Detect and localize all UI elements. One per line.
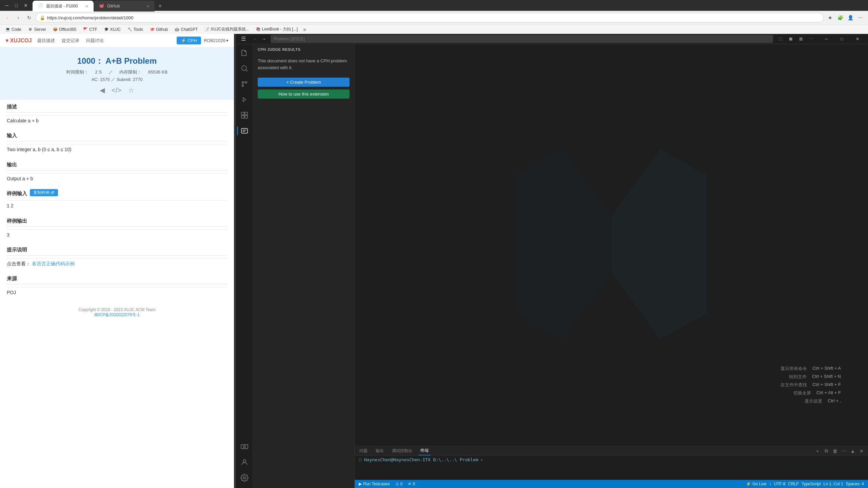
- bookmark-chatgpt[interactable]: 🤖 ChatGPT: [172, 26, 200, 33]
- split-terminal-btn[interactable]: ⧉: [823, 447, 830, 455]
- vscode-layout-btn[interactable]: ▦: [786, 35, 795, 43]
- shortcut-label-4: 切换全屏: [793, 390, 811, 396]
- nav-discussion[interactable]: 问题讨论: [86, 38, 104, 44]
- extensions-btn[interactable]: 🧩: [835, 13, 845, 22]
- activity-extensions[interactable]: [237, 108, 252, 123]
- status-sync[interactable]: ↕: [768, 480, 773, 488]
- problem-footer: Copyright © 2016 - 2023 XUJC ACM Team 闽I…: [0, 301, 234, 325]
- terminal-body[interactable]: ⬡ HaynesChen@HaynesChen-ITX D:\..\..\ Pr…: [355, 456, 868, 464]
- bookmark-xujc-oj[interactable]: 📝 XUJC在线判题系统...: [202, 26, 252, 33]
- sample-input-content: 1 2: [7, 202, 227, 209]
- activity-cph[interactable]: [237, 123, 252, 138]
- tab-close-icon[interactable]: ✕: [85, 4, 88, 8]
- terminal-prompt-arrow: ›: [480, 457, 483, 462]
- status-run-testcases[interactable]: ▶ Run Testcases: [357, 480, 391, 488]
- refresh-btn[interactable]: ↻: [24, 13, 34, 22]
- bookmark-office365[interactable]: 📦 Office365: [50, 26, 79, 33]
- star-btn[interactable]: ☆: [128, 86, 134, 94]
- share-btn[interactable]: ◀: [100, 86, 105, 94]
- vscode-back-btn[interactable]: ←: [251, 35, 259, 43]
- status-cursor-pos[interactable]: Ln 1, Col 1: [822, 480, 845, 488]
- activity-settings[interactable]: [237, 470, 252, 485]
- github-tab-close[interactable]: ✕: [146, 4, 149, 8]
- bookmark-chatgpt-label: ChatGPT: [181, 27, 198, 32]
- bookmark-code[interactable]: 💻 Code: [3, 26, 24, 33]
- profile-btn[interactable]: 👤: [846, 13, 855, 22]
- status-spaces[interactable]: Spaces: 4: [845, 480, 865, 488]
- more-terminal-btn[interactable]: ⋯: [840, 447, 848, 455]
- vscode-window-controls: ─ □ ✕: [818, 34, 865, 44]
- hint-link[interactable]: 各语言正确代码示例: [32, 261, 75, 266]
- status-line-ending[interactable]: CRLF: [787, 480, 800, 488]
- vscode-menu-btn[interactable]: ☰: [239, 34, 248, 44]
- terminal-tab-problems[interactable]: 问题: [357, 447, 370, 455]
- vscode-maximize-btn[interactable]: □: [834, 34, 850, 44]
- bookmark-code-icon: 💻: [5, 27, 10, 32]
- vscode-forward-btn[interactable]: →: [260, 35, 268, 43]
- back-btn[interactable]: ‹: [3, 13, 12, 22]
- cph-create-btn[interactable]: + Create Problem: [258, 78, 350, 87]
- shortcut-row-2: 转到文件 Ctrl + Shift + N: [781, 373, 841, 381]
- close-terminal-btn[interactable]: ✕: [858, 447, 865, 455]
- cph-howto-btn[interactable]: How to use this extension: [258, 89, 350, 99]
- restore-btn[interactable]: □: [12, 1, 20, 9]
- activity-files[interactable]: [237, 45, 252, 60]
- user-dropdown[interactable]: ROB21026 ▾: [204, 38, 229, 43]
- browser-tab-active[interactable]: 📄 题目描述 - P1000 ✕: [33, 1, 94, 12]
- status-language[interactable]: TypeScript: [800, 480, 822, 488]
- activity-git[interactable]: [237, 77, 252, 92]
- minimize-btn[interactable]: ─: [3, 1, 11, 9]
- vscode-more-btn[interactable]: ⋯: [806, 35, 816, 43]
- new-terminal-btn[interactable]: +: [814, 447, 821, 455]
- cph-button[interactable]: ⚡ CPH: [177, 37, 201, 44]
- bookmarks-more-icon[interactable]: »: [303, 26, 306, 33]
- vscode-layout2-btn[interactable]: ▥: [796, 35, 806, 43]
- address-bar[interactable]: 🔒 https://xujcoj.com/home/problem/detail…: [35, 13, 824, 22]
- copy-sample-label: 复制样例: [33, 190, 50, 196]
- nav-submissions[interactable]: 提交记录: [62, 38, 79, 44]
- close-btn[interactable]: ✕: [22, 1, 30, 9]
- bookmark-xujc-oj-label: XUJC在线判题系统...: [211, 26, 249, 32]
- status-warnings[interactable]: ⚠ 0: [394, 480, 404, 488]
- activity-debug[interactable]: [237, 92, 252, 107]
- vscode-split-editor-btn[interactable]: ⬚: [776, 35, 785, 43]
- activity-remote[interactable]: [237, 439, 252, 454]
- new-tab-btn[interactable]: +: [155, 1, 165, 12]
- browser-tab-github[interactable]: 🐙 GitHub ✕: [94, 1, 155, 12]
- nav-problem-desc[interactable]: 题目描述: [37, 38, 55, 44]
- kill-terminal-btn[interactable]: 🗑: [831, 447, 839, 455]
- dropdown-arrow-icon: ▾: [226, 38, 229, 43]
- vscode-search-input[interactable]: [271, 35, 773, 43]
- cph-panel-title: CPH JUDGE RESULTS: [253, 44, 354, 54]
- bookmark-star-btn[interactable]: ★: [825, 13, 835, 22]
- maximize-terminal-btn[interactable]: ▲: [849, 447, 856, 455]
- cph-no-problem-msg: This document does not have a CPH proble…: [253, 54, 354, 75]
- activity-search[interactable]: [237, 61, 252, 76]
- status-errors[interactable]: ✕ 0: [407, 480, 416, 488]
- terminal-tab-output[interactable]: 输出: [374, 447, 386, 455]
- memory-limit-value: 65536 KB: [148, 69, 167, 75]
- vscode-close-btn[interactable]: ✕: [850, 34, 865, 44]
- vscode-minimize-btn[interactable]: ─: [818, 34, 834, 44]
- bookmark-tools[interactable]: 🔧 Tools: [125, 26, 146, 33]
- svg-rect-10: [241, 445, 248, 449]
- icp-link[interactable]: 闽ICP备2020022076号-1: [94, 312, 139, 317]
- status-go-live[interactable]: ⚡ Go Live: [745, 480, 768, 488]
- bookmark-github[interactable]: 🐙 Github: [147, 26, 171, 33]
- bookmark-leetbook[interactable]: 📚 LeetBook - 力扣 [...]: [253, 26, 300, 33]
- cph-label: CPH: [188, 38, 197, 43]
- shortcut-key-2: Ctrl + Shift + N: [812, 374, 841, 380]
- code-btn[interactable]: </>: [112, 86, 121, 94]
- copy-sample-btn[interactable]: 复制样例 🗗: [30, 189, 58, 196]
- terminal-tab-debug[interactable]: 调试控制台: [390, 447, 414, 455]
- bookmark-server[interactable]: 🖥 Server: [25, 26, 49, 33]
- activity-accounts[interactable]: [237, 455, 252, 470]
- bookmark-xujc[interactable]: 🎓 XUJC: [101, 26, 123, 33]
- settings-btn[interactable]: ⋯: [856, 13, 865, 22]
- cph-howto-label: How to use this extension: [278, 92, 329, 97]
- bookmark-ctf[interactable]: 🚩 CTF: [80, 26, 100, 33]
- forward-btn[interactable]: ›: [14, 13, 23, 22]
- svg-point-0: [242, 66, 246, 70]
- terminal-tab-terminal[interactable]: 终端: [418, 446, 431, 455]
- status-encoding[interactable]: UTF-8: [773, 480, 787, 488]
